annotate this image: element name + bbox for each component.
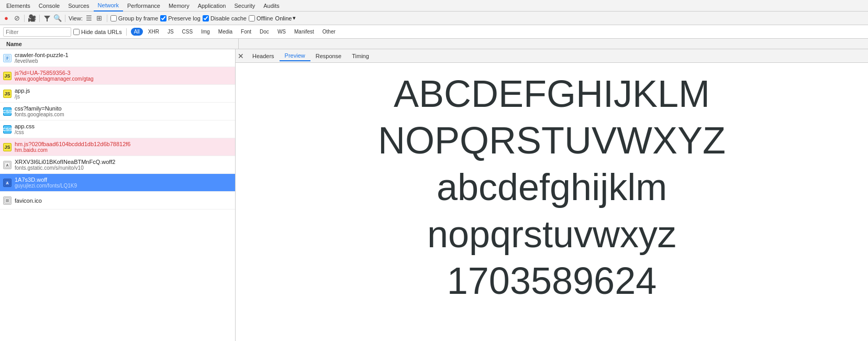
file-name-3: app.js [15,87,30,94]
group-by-frame-text: Group by frame [118,15,158,21]
file-url-8: guyujlezi.com/fonts/LQ1K9 [15,183,77,189]
file-info-9: favicon.ico [15,197,42,204]
file-name-1: crawler-font-puzzle-1 [15,52,69,58]
tab-security[interactable]: Security [230,0,259,12]
file-item-7[interactable]: A XRXV3I6Li01BKofINeaBTMnFcQ.woff2 fonts… [0,156,235,174]
file-info-2: js?id=UA-75859356-3 www.googletagmanager… [15,70,94,82]
file-item-9[interactable]: favicon.ico [0,192,235,210]
hide-data-urls-text: Hide data URLs [81,29,122,35]
file-item-8[interactable]: A 1A7s3D.woff guyujlezi.com/fonts/LQ1K9 [0,174,235,192]
filter-divider [126,28,127,36]
online-label: Online [275,15,292,21]
file-item-2[interactable]: JS js?id=UA-75859356-3 www.googletagmana… [0,67,235,85]
file-url-1: /level/web [15,58,69,64]
group-by-frame-checkbox[interactable] [110,15,117,21]
filter-img-button[interactable]: Img [198,28,213,36]
tab-memory[interactable]: Memory [164,0,194,12]
file-info-7: XRXV3I6Li01BKofINeaBTMnFcQ.woff2 fonts.g… [15,159,115,171]
filter-manifest-button[interactable]: Manifest [291,28,317,36]
font-preview-line-1: ABCDEFGHIJKLM [257,73,847,115]
clear-button[interactable]: ⊘ [13,14,21,23]
file-item-4[interactable]: CSS css?family=Nunito fonts.googleapis.c… [0,103,235,120]
filter-css-button[interactable]: CSS [179,28,196,36]
svg-text:A: A [6,181,8,185]
woff-icon-7: A [3,161,12,169]
tab-network[interactable]: Network [94,0,123,12]
svg-text:A: A [6,163,8,167]
file-item-3[interactable]: JS app.js /js [0,85,235,103]
view-list-icon[interactable]: ☰ [85,14,93,23]
name-column-header: Name [3,39,239,49]
file-info-3: app.js /js [15,87,30,100]
view-large-icon[interactable]: ⊞ [95,14,104,23]
file-url-5: /css [15,129,35,135]
tab-performance[interactable]: Performance [123,0,164,12]
js-icon-2: JS [3,72,12,80]
search-icon[interactable]: 🔍 [53,14,62,23]
filter-js-button[interactable]: JS [164,28,177,36]
filter-font-button[interactable]: Font [238,28,254,36]
font-preview-line-5: 1703589624 [257,260,847,302]
preserve-log-label: Preserve log [160,15,201,21]
filter-all-button[interactable]: All [131,28,143,36]
panel-tab-response[interactable]: Response [310,51,347,61]
network-toolbar: ● ⊘ 🎥 🔍 View: ☰ ⊞ Group by frame Preserv… [0,12,868,25]
css-icon-5: CSS [3,125,12,134]
svg-marker-0 [44,16,50,21]
filter-other-button[interactable]: Other [319,28,339,36]
toolbar-divider-2 [39,15,40,22]
file-info-5: app.css /css [15,123,35,135]
camera-icon[interactable]: 🎥 [28,14,36,23]
tab-console[interactable]: Console [35,0,64,12]
toolbar-divider-1 [24,15,25,22]
file-url-7: fonts.gstatic.com/s/nunito/v10 [15,165,115,171]
toolbar-divider-4 [107,15,107,22]
font-preview-line-3: abcdefghijklm [257,167,847,208]
tab-audits[interactable]: Audits [259,0,284,12]
file-name-2: js?id=UA-75859356-3 [15,70,94,76]
file-url-4: fonts.googleapis.com [15,112,64,117]
offline-checkbox[interactable] [249,15,255,21]
panel-tabs: ✕ Headers Preview Response Timing [236,49,868,63]
panel-close-button[interactable]: ✕ [238,52,244,60]
file-item-5[interactable]: CSS app.css /css [0,120,235,138]
hide-data-urls-label: Hide data URLs [73,29,122,35]
tab-sources[interactable]: Sources [64,0,93,12]
disable-cache-label: Disable cache [203,15,247,21]
preserve-log-checkbox[interactable] [160,15,166,21]
filter-input[interactable] [3,27,71,37]
file-item-1[interactable]: crawler-font-puzzle-1 /level/web [0,49,235,67]
panel-tab-timing[interactable]: Timing [347,51,374,61]
panel-tab-preview[interactable]: Preview [280,51,310,61]
font-preview-area: ABCDEFGHIJKLM NOPQRSTUVWXYZ abcdefghijkl… [236,63,868,341]
file-name-7: XRXV3I6Li01BKofINeaBTMnFcQ.woff2 [15,159,115,165]
filter-doc-button[interactable]: Doc [257,28,272,36]
filter-ws-button[interactable]: WS [274,28,289,36]
file-item-6[interactable]: JS hm.js?020fbaad6104bcddd1db12d6b78812f… [0,138,235,156]
filter-icon[interactable] [43,14,51,23]
font-preview-line-2: NOPQRSTUVWXYZ [257,120,847,161]
filter-xhr-button[interactable]: XHR [145,28,162,36]
view-label: View: [69,15,83,21]
hide-data-urls-checkbox[interactable] [73,29,80,35]
file-info-6: hm.js?020fbaad6104bcddd1db12d6b78812f6 h… [15,141,130,153]
svg-rect-10 [6,199,9,202]
file-name-4: css?family=Nunito [15,105,64,112]
main-layout: crawler-font-puzzle-1 /level/web JS js?i… [0,49,868,341]
file-info-4: css?family=Nunito fonts.googleapis.com [15,105,64,117]
panel-tab-headers[interactable]: Headers [247,51,280,61]
filter-media-button[interactable]: Media [215,28,236,36]
preserve-log-text: Preserve log [168,15,201,21]
disable-cache-checkbox[interactable] [203,15,209,21]
filter-bar: Hide data URLs All XHR JS CSS Img Media … [0,25,868,39]
record-button[interactable]: ● [2,14,10,23]
js-icon-3: JS [3,90,12,98]
online-dropdown[interactable]: Online ▾ [275,15,296,21]
disable-cache-text: Disable cache [210,15,247,21]
js-icon-6: JS [3,143,12,151]
ico-icon-9 [3,196,12,205]
offline-text: Offline [257,15,273,21]
file-url-2: www.googletagmanager.com/gtag [15,76,94,82]
tab-application[interactable]: Application [194,0,230,12]
tab-elements[interactable]: Elements [2,0,35,12]
